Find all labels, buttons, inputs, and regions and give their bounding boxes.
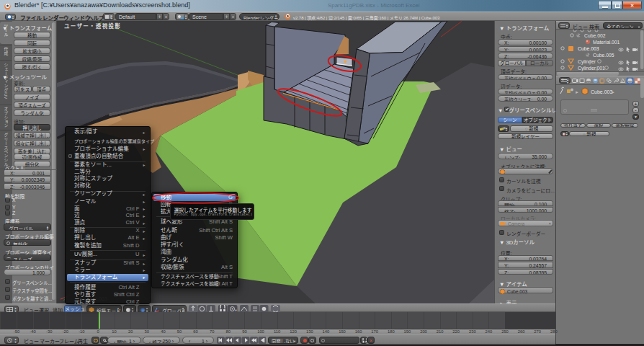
svg-text:Cube.005: Cube.005: [593, 52, 614, 57]
svg-text:Cylinder: Cylinder: [578, 58, 596, 64]
svg-text:►: ►: [611, 90, 615, 94]
svg-text:Material.001: Material.001: [593, 39, 620, 44]
svg-text:Cube.003: Cube.003: [591, 89, 612, 94]
svg-text:|: |: [596, 65, 598, 71]
svg-text:►: ►: [575, 90, 579, 94]
svg-text:ユーザー・透視投影: ユーザー・透視投影: [64, 22, 121, 30]
svg-text:Cylinder.001: Cylinder.001: [578, 65, 605, 71]
svg-text:Cube.003: Cube.003: [578, 45, 599, 50]
svg-text:Cube.002: Cube.002: [584, 32, 606, 37]
svg-text:|: |: [589, 58, 591, 64]
